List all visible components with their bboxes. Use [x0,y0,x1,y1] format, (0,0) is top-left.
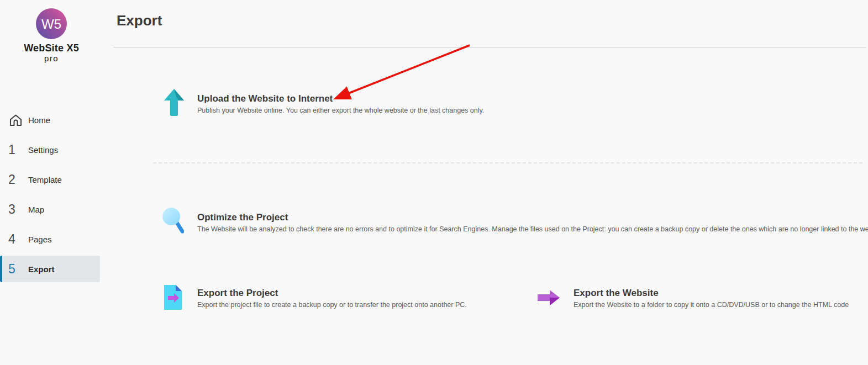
sidebar-item-label: Settings [28,145,58,155]
section-divider-dotted [153,162,862,163]
option-title: Upload the Website to Internet [197,93,484,105]
home-icon [8,113,28,127]
sidebar-item-label: Map [28,205,44,214]
sidebar-item-pages[interactable]: 4 Pages [0,226,100,252]
step-number: 5 [8,262,28,277]
app-edition: pro [0,54,103,63]
option-text: Upload the Website to Internet Publish y… [197,93,484,114]
sidebar-item-label: Home [28,115,50,125]
option-upload-website[interactable]: Upload the Website to Internet Publish y… [163,88,484,118]
website-x5-export-screen: { "app": { "logo_text": "W5", "name": "W… [0,0,868,365]
option-description: Export the Website to a folder to copy i… [574,301,849,309]
logo-monogram: W5 [41,17,61,31]
sidebar-item-label: Export [28,265,55,274]
option-export-website[interactable]: Export the Website Export the Website to… [538,285,849,309]
option-title: Optimize the Project [197,211,868,224]
option-export-project[interactable]: Export the Project Export the project fi… [164,285,467,312]
title-divider [113,47,866,47]
step-number: 1 [8,142,28,157]
app-name: WebSite X5 [0,43,103,54]
option-description: The Website will be analyzed to check th… [197,225,868,233]
sidebar: W5 WebSite X5 pro Home 1 Settings 2 Temp… [0,0,111,365]
page-title: Export [117,12,162,29]
option-text: Export the Website Export the Website to… [574,287,849,309]
sidebar-item-home[interactable]: Home [0,107,100,133]
export-website-arrow-icon [538,290,560,308]
option-title: Export the Project [197,287,467,299]
step-number: 2 [8,172,28,187]
sidebar-item-template[interactable]: 2 Template [0,166,100,193]
option-text: Optimize the Project The Website will be… [197,211,868,233]
main-content: Export Upload the Website to Internet Pu… [111,0,868,365]
step-number: 3 [8,202,28,217]
step-number: 4 [8,232,28,247]
option-title: Export the Website [574,287,849,299]
option-text: Export the Project Export the project fi… [197,287,467,309]
upload-arrow-icon [163,88,185,118]
website-x5-logo-icon: W5 [35,8,67,40]
magnifier-icon [162,207,184,237]
sidebar-item-map[interactable]: 3 Map [0,196,100,223]
sidebar-item-settings[interactable]: 1 Settings [0,136,100,163]
export-project-document-icon [164,285,182,312]
sidebar-item-label: Template [28,175,62,184]
option-description: Publish your Website online. You can eit… [197,107,484,114]
sidebar-item-label: Pages [28,235,52,244]
app-logo: W5 WebSite X5 pro [0,8,103,63]
sidebar-item-export[interactable]: 5 Export [0,256,100,282]
option-optimize-project[interactable]: Optimize the Project The Website will be… [162,207,868,237]
option-description: Export the project file to create a back… [197,301,467,309]
